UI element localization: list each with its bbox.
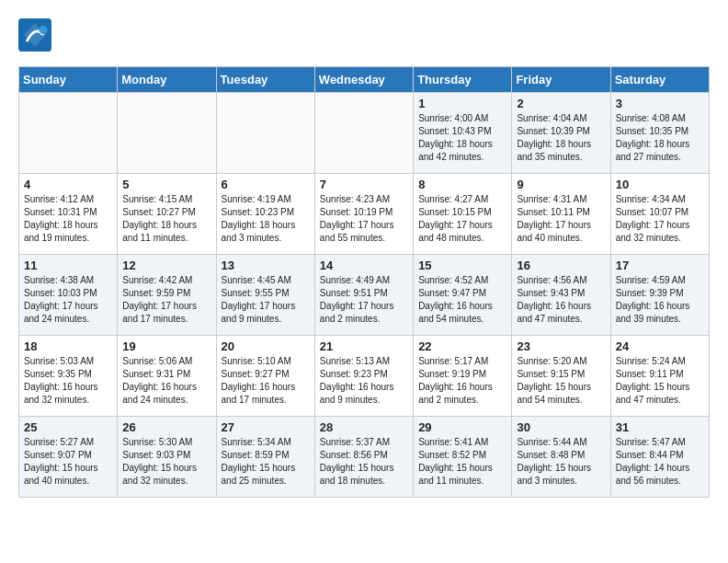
day-info: Sunrise: 4:52 AM Sunset: 9:47 PM Dayligh… — [418, 274, 506, 326]
calendar-cell: 14Sunrise: 4:49 AM Sunset: 9:51 PM Dayli… — [314, 255, 413, 336]
weekday-header-tuesday: Tuesday — [216, 67, 314, 93]
day-number: 20 — [222, 339, 310, 353]
day-number: 12 — [122, 259, 210, 272]
calendar-cell: 18Sunrise: 5:03 AM Sunset: 9:35 PM Dayli… — [19, 336, 118, 417]
day-info: Sunrise: 5:24 AM Sunset: 9:11 PM Dayligh… — [616, 355, 704, 407]
day-number: 29 — [418, 420, 506, 434]
calendar-cell: 12Sunrise: 4:42 AM Sunset: 9:59 PM Dayli… — [118, 255, 216, 336]
day-number: 3 — [616, 97, 704, 110]
calendar-cell: 2Sunrise: 4:04 AM Sunset: 10:39 PM Dayli… — [512, 93, 610, 174]
calendar-cell — [19, 93, 118, 174]
day-info: Sunrise: 5:17 AM Sunset: 9:19 PM Dayligh… — [418, 355, 506, 407]
day-number: 2 — [517, 97, 605, 110]
calendar-cell: 28Sunrise: 5:37 AM Sunset: 8:56 PM Dayli… — [314, 417, 413, 498]
weekday-header-wednesday: Wednesday — [314, 67, 413, 93]
day-number: 31 — [616, 420, 704, 434]
calendar-cell: 9Sunrise: 4:31 AM Sunset: 10:11 PM Dayli… — [512, 174, 610, 255]
page-header — [18, 18, 710, 52]
day-info: Sunrise: 4:04 AM Sunset: 10:39 PM Daylig… — [517, 112, 605, 164]
weekday-header-saturday: Saturday — [610, 67, 709, 93]
day-number: 26 — [122, 420, 210, 434]
day-number: 23 — [517, 339, 605, 353]
day-number: 6 — [222, 178, 310, 191]
day-number: 21 — [320, 339, 408, 353]
day-info: Sunrise: 5:41 AM Sunset: 8:52 PM Dayligh… — [418, 436, 506, 488]
calendar-cell: 6Sunrise: 4:19 AM Sunset: 10:23 PM Dayli… — [216, 174, 314, 255]
calendar-table: SundayMondayTuesdayWednesdayThursdayFrid… — [18, 66, 710, 498]
day-number: 17 — [616, 259, 704, 272]
calendar-cell: 24Sunrise: 5:24 AM Sunset: 9:11 PM Dayli… — [610, 336, 709, 417]
calendar-cell: 26Sunrise: 5:30 AM Sunset: 9:03 PM Dayli… — [118, 417, 216, 498]
weekday-header-sunday: Sunday — [19, 67, 118, 93]
day-info: Sunrise: 4:34 AM Sunset: 10:07 PM Daylig… — [616, 193, 704, 245]
calendar-cell: 15Sunrise: 4:52 AM Sunset: 9:47 PM Dayli… — [414, 255, 512, 336]
day-info: Sunrise: 4:45 AM Sunset: 9:55 PM Dayligh… — [222, 274, 310, 326]
calendar-cell: 1Sunrise: 4:00 AM Sunset: 10:43 PM Dayli… — [414, 93, 512, 174]
day-number: 13 — [222, 259, 310, 272]
calendar-cell: 13Sunrise: 4:45 AM Sunset: 9:55 PM Dayli… — [216, 255, 314, 336]
day-info: Sunrise: 4:31 AM Sunset: 10:11 PM Daylig… — [517, 193, 605, 245]
day-number: 27 — [222, 420, 310, 434]
weekday-header-monday: Monday — [118, 67, 216, 93]
day-info: Sunrise: 4:56 AM Sunset: 9:43 PM Dayligh… — [517, 274, 605, 326]
day-number: 5 — [122, 178, 210, 191]
day-number: 30 — [517, 420, 605, 434]
calendar-cell: 21Sunrise: 5:13 AM Sunset: 9:23 PM Dayli… — [314, 336, 413, 417]
day-info: Sunrise: 4:59 AM Sunset: 9:39 PM Dayligh… — [616, 274, 704, 326]
day-number: 8 — [418, 178, 506, 191]
weekday-header-friday: Friday — [512, 67, 610, 93]
day-number: 7 — [320, 178, 408, 191]
calendar-cell: 11Sunrise: 4:38 AM Sunset: 10:03 PM Dayl… — [19, 255, 118, 336]
day-info: Sunrise: 5:34 AM Sunset: 8:59 PM Dayligh… — [222, 436, 310, 488]
day-info: Sunrise: 5:20 AM Sunset: 9:15 PM Dayligh… — [517, 355, 605, 407]
day-number: 14 — [320, 259, 408, 272]
day-info: Sunrise: 4:27 AM Sunset: 10:15 PM Daylig… — [418, 193, 506, 245]
weekday-header-thursday: Thursday — [414, 67, 512, 93]
day-info: Sunrise: 4:12 AM Sunset: 10:31 PM Daylig… — [24, 193, 112, 245]
calendar-cell: 4Sunrise: 4:12 AM Sunset: 10:31 PM Dayli… — [19, 174, 118, 255]
day-number: 18 — [24, 339, 112, 353]
day-number: 16 — [517, 259, 605, 272]
svg-point-2 — [40, 26, 48, 34]
day-info: Sunrise: 4:38 AM Sunset: 10:03 PM Daylig… — [24, 274, 112, 326]
calendar-cell: 20Sunrise: 5:10 AM Sunset: 9:27 PM Dayli… — [216, 336, 314, 417]
logo — [18, 18, 57, 52]
calendar-cell: 10Sunrise: 4:34 AM Sunset: 10:07 PM Dayl… — [610, 174, 709, 255]
calendar-cell: 19Sunrise: 5:06 AM Sunset: 9:31 PM Dayli… — [118, 336, 216, 417]
calendar-cell: 29Sunrise: 5:41 AM Sunset: 8:52 PM Dayli… — [414, 417, 512, 498]
calendar-cell: 5Sunrise: 4:15 AM Sunset: 10:27 PM Dayli… — [118, 174, 216, 255]
day-info: Sunrise: 4:23 AM Sunset: 10:19 PM Daylig… — [320, 193, 408, 245]
day-number: 1 — [418, 97, 506, 110]
day-info: Sunrise: 4:08 AM Sunset: 10:35 PM Daylig… — [616, 112, 704, 164]
day-info: Sunrise: 5:44 AM Sunset: 8:48 PM Dayligh… — [517, 436, 605, 488]
calendar-cell: 16Sunrise: 4:56 AM Sunset: 9:43 PM Dayli… — [512, 255, 610, 336]
day-info: Sunrise: 4:19 AM Sunset: 10:23 PM Daylig… — [222, 193, 310, 245]
calendar-cell: 7Sunrise: 4:23 AM Sunset: 10:19 PM Dayli… — [314, 174, 413, 255]
calendar-cell: 27Sunrise: 5:34 AM Sunset: 8:59 PM Dayli… — [216, 417, 314, 498]
day-info: Sunrise: 5:27 AM Sunset: 9:07 PM Dayligh… — [24, 436, 112, 488]
day-number: 25 — [24, 420, 112, 434]
calendar-cell: 31Sunrise: 5:47 AM Sunset: 8:44 PM Dayli… — [610, 417, 709, 498]
day-info: Sunrise: 4:49 AM Sunset: 9:51 PM Dayligh… — [320, 274, 408, 326]
calendar-cell — [216, 93, 314, 174]
calendar-cell: 23Sunrise: 5:20 AM Sunset: 9:15 PM Dayli… — [512, 336, 610, 417]
calendar-cell: 8Sunrise: 4:27 AM Sunset: 10:15 PM Dayli… — [414, 174, 512, 255]
day-info: Sunrise: 4:00 AM Sunset: 10:43 PM Daylig… — [418, 112, 506, 164]
calendar-cell: 17Sunrise: 4:59 AM Sunset: 9:39 PM Dayli… — [610, 255, 709, 336]
day-info: Sunrise: 4:15 AM Sunset: 10:27 PM Daylig… — [122, 193, 210, 245]
calendar-cell: 22Sunrise: 5:17 AM Sunset: 9:19 PM Dayli… — [414, 336, 512, 417]
day-info: Sunrise: 5:13 AM Sunset: 9:23 PM Dayligh… — [320, 355, 408, 407]
day-number: 22 — [418, 339, 506, 353]
calendar-cell: 30Sunrise: 5:44 AM Sunset: 8:48 PM Dayli… — [512, 417, 610, 498]
logo-icon — [18, 18, 51, 52]
day-info: Sunrise: 5:30 AM Sunset: 9:03 PM Dayligh… — [122, 436, 210, 488]
calendar-cell — [118, 93, 216, 174]
day-number: 28 — [320, 420, 408, 434]
calendar-cell — [314, 93, 413, 174]
day-number: 24 — [616, 339, 704, 353]
day-number: 19 — [122, 339, 210, 353]
day-number: 11 — [24, 259, 112, 272]
day-number: 15 — [418, 259, 506, 272]
day-info: Sunrise: 5:10 AM Sunset: 9:27 PM Dayligh… — [222, 355, 310, 407]
day-info: Sunrise: 5:37 AM Sunset: 8:56 PM Dayligh… — [320, 436, 408, 488]
